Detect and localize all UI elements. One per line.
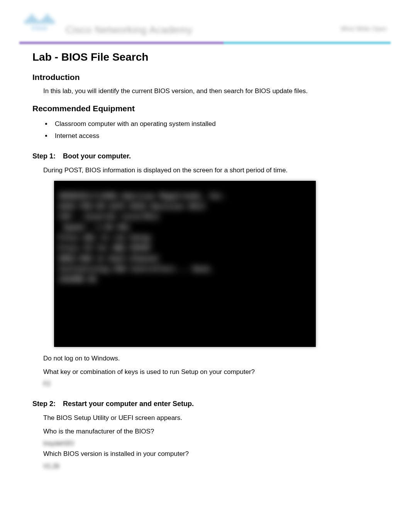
step2-answer2: V1.26 (43, 463, 59, 470)
header-title: Cisco Networking Academy (66, 24, 192, 36)
post-line: CPU : Intel(R) Core(TM)2 (59, 212, 311, 221)
equipment-list: Classroom computer with an operating sys… (52, 118, 378, 143)
step2-heading: Step 2: Restart your computer and enter … (32, 400, 378, 408)
step1-answer: F2 (43, 381, 51, 388)
step2-text1: The BIOS Setup Utility or UEFI screen ap… (43, 413, 378, 423)
step2-title: Restart your computer and enter Setup. (63, 400, 194, 408)
step1-question: What key or combination of keys is used … (43, 367, 378, 377)
step2-question2: Which BIOS version is installed in your … (43, 449, 378, 459)
brand-logo: cisco (23, 12, 56, 36)
header-banner: cisco Cisco Networking Academy Mind Wide… (19, 12, 391, 39)
intro-heading: Introduction (32, 73, 378, 82)
post-line: ASUS P5K-VM ACPI BIOS Revision 0613 (59, 202, 311, 210)
step2-answer1: InsydeH2O (43, 440, 74, 447)
list-item: Internet access (52, 130, 378, 142)
post-line: DDR2-800 in Dual-Channel (59, 254, 311, 262)
accent-bar (19, 42, 391, 44)
post-line: 2048MB OK (59, 275, 311, 283)
post-line: Speed : 2.66 GHz (59, 223, 311, 231)
post-line: Press F8 for BBS POPUP (59, 244, 311, 252)
step1-text2: Do not log on to Windows. (43, 354, 378, 364)
post-line: Initializing USB Controllers .. Done. (59, 265, 311, 273)
step2-number: Step 2: (32, 400, 56, 408)
list-item: Classroom computer with an operating sys… (52, 118, 378, 130)
step2-question1: Who is the manufacturer of the BIOS? (43, 427, 378, 437)
step1-heading: Step 1: Boot your computer. (32, 152, 378, 160)
step1-text1: During POST, BIOS information is display… (43, 166, 378, 175)
equipment-heading: Recommended Equipment (32, 104, 378, 113)
post-line: Press DEL to run Setup (59, 233, 311, 241)
step1-number: Step 1: (32, 152, 56, 160)
post-screenshot: AMIBIOS(C)2006 American Megatrends, Inc.… (54, 181, 316, 347)
post-line: AMIBIOS(C)2006 American Megatrends, Inc. (59, 192, 311, 200)
step1-title: Boot your computer. (63, 152, 131, 160)
intro-text: In this lab, you will identify the curre… (43, 87, 378, 96)
cisco-bars-icon (23, 12, 56, 24)
brand-word: cisco (23, 25, 56, 31)
page-title: Lab - BIOS File Search (32, 51, 378, 63)
header-tagline: Mind Wide Open (341, 25, 387, 32)
